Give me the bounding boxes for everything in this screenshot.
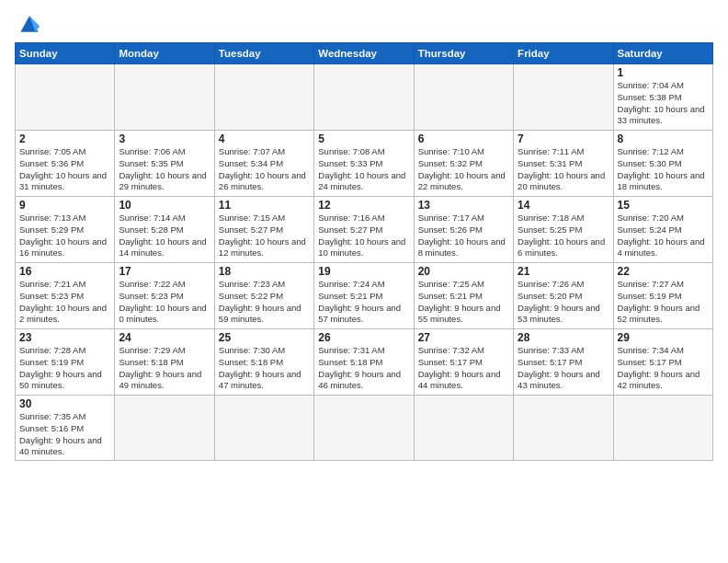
day-number: 16 — [19, 265, 110, 278]
calendar-cell: 20Sunrise: 7:25 AM Sunset: 5:21 PM Dayli… — [414, 263, 513, 329]
calendar-cell: 29Sunrise: 7:34 AM Sunset: 5:17 PM Dayli… — [613, 329, 712, 396]
calendar-cell: 4Sunrise: 7:07 AM Sunset: 5:34 PM Daylig… — [214, 131, 313, 197]
day-number: 12 — [318, 199, 409, 212]
day-info: Sunrise: 7:10 AM Sunset: 5:32 PM Dayligh… — [418, 146, 509, 193]
day-info: Sunrise: 7:33 AM Sunset: 5:17 PM Dayligh… — [518, 345, 609, 392]
weekday-header-sunday: Sunday — [16, 43, 115, 64]
calendar-week-row: 1Sunrise: 7:04 AM Sunset: 5:38 PM Daylig… — [16, 64, 713, 131]
page: SundayMondayTuesdayWednesdayThursdayFrid… — [0, 0, 728, 563]
day-number: 20 — [418, 265, 509, 278]
weekday-header-saturday: Saturday — [613, 43, 712, 64]
calendar-cell: 18Sunrise: 7:23 AM Sunset: 5:22 PM Dayli… — [214, 263, 313, 329]
calendar-week-row: 30Sunrise: 7:35 AM Sunset: 5:16 PM Dayli… — [16, 396, 713, 461]
day-number: 26 — [318, 331, 409, 344]
day-info: Sunrise: 7:23 AM Sunset: 5:22 PM Dayligh… — [219, 279, 310, 326]
day-info: Sunrise: 7:34 AM Sunset: 5:17 PM Dayligh… — [618, 345, 709, 392]
calendar-cell: 23Sunrise: 7:28 AM Sunset: 5:19 PM Dayli… — [16, 329, 115, 396]
calendar-cell: 10Sunrise: 7:14 AM Sunset: 5:28 PM Dayli… — [115, 197, 214, 263]
calendar-cell: 7Sunrise: 7:11 AM Sunset: 5:31 PM Daylig… — [514, 131, 613, 197]
calendar-cell — [115, 64, 214, 131]
day-number: 28 — [518, 331, 609, 344]
day-info: Sunrise: 7:04 AM Sunset: 5:38 PM Dayligh… — [618, 80, 709, 127]
calendar-week-row: 23Sunrise: 7:28 AM Sunset: 5:19 PM Dayli… — [16, 329, 713, 396]
calendar-cell: 15Sunrise: 7:20 AM Sunset: 5:24 PM Dayli… — [613, 197, 712, 263]
day-info: Sunrise: 7:05 AM Sunset: 5:36 PM Dayligh… — [19, 146, 110, 193]
day-info: Sunrise: 7:15 AM Sunset: 5:27 PM Dayligh… — [219, 213, 310, 259]
day-info: Sunrise: 7:20 AM Sunset: 5:24 PM Dayligh… — [618, 213, 709, 259]
calendar-cell — [514, 64, 613, 131]
day-info: Sunrise: 7:13 AM Sunset: 5:29 PM Dayligh… — [19, 213, 110, 259]
day-info: Sunrise: 7:11 AM Sunset: 5:31 PM Dayligh… — [518, 146, 609, 193]
calendar-cell: 22Sunrise: 7:27 AM Sunset: 5:19 PM Dayli… — [613, 263, 712, 329]
day-number: 9 — [19, 199, 110, 212]
day-number: 8 — [618, 132, 709, 145]
calendar-cell: 27Sunrise: 7:32 AM Sunset: 5:17 PM Dayli… — [414, 329, 513, 396]
day-number: 4 — [219, 132, 310, 145]
day-number: 7 — [518, 132, 609, 145]
weekday-header-thursday: Thursday — [414, 43, 513, 64]
calendar-table: SundayMondayTuesdayWednesdayThursdayFrid… — [15, 42, 713, 461]
calendar-week-row: 16Sunrise: 7:21 AM Sunset: 5:23 PM Dayli… — [16, 263, 713, 329]
day-info: Sunrise: 7:27 AM Sunset: 5:19 PM Dayligh… — [618, 279, 709, 326]
day-info: Sunrise: 7:21 AM Sunset: 5:23 PM Dayligh… — [19, 279, 110, 326]
calendar-cell — [414, 64, 513, 131]
calendar-cell — [414, 396, 513, 461]
day-info: Sunrise: 7:28 AM Sunset: 5:19 PM Dayligh… — [19, 345, 110, 392]
calendar-cell: 30Sunrise: 7:35 AM Sunset: 5:16 PM Dayli… — [16, 396, 115, 461]
day-info: Sunrise: 7:29 AM Sunset: 5:18 PM Dayligh… — [119, 345, 210, 392]
day-info: Sunrise: 7:31 AM Sunset: 5:18 PM Dayligh… — [318, 345, 409, 392]
day-number: 25 — [219, 331, 310, 344]
day-number: 21 — [518, 265, 609, 278]
calendar-cell — [214, 64, 313, 131]
day-number: 3 — [119, 132, 210, 145]
day-info: Sunrise: 7:07 AM Sunset: 5:34 PM Dayligh… — [219, 146, 310, 193]
header — [15, 11, 713, 37]
day-number: 6 — [418, 132, 509, 145]
calendar-cell: 1Sunrise: 7:04 AM Sunset: 5:38 PM Daylig… — [613, 64, 712, 131]
day-info: Sunrise: 7:32 AM Sunset: 5:17 PM Dayligh… — [418, 345, 509, 392]
calendar-cell: 26Sunrise: 7:31 AM Sunset: 5:18 PM Dayli… — [314, 329, 414, 396]
calendar-cell — [314, 396, 414, 461]
day-number: 15 — [618, 199, 709, 212]
day-number: 19 — [318, 265, 409, 278]
day-number: 27 — [418, 331, 509, 344]
weekday-header-friday: Friday — [514, 43, 613, 64]
calendar-cell — [115, 396, 214, 461]
day-number: 22 — [618, 265, 709, 278]
calendar-cell: 24Sunrise: 7:29 AM Sunset: 5:18 PM Dayli… — [115, 329, 214, 396]
calendar-header-row: SundayMondayTuesdayWednesdayThursdayFrid… — [16, 43, 713, 64]
calendar-cell: 28Sunrise: 7:33 AM Sunset: 5:17 PM Dayli… — [514, 329, 613, 396]
calendar-cell — [214, 396, 313, 461]
day-number: 23 — [19, 331, 110, 344]
day-info: Sunrise: 7:12 AM Sunset: 5:30 PM Dayligh… — [618, 146, 709, 193]
day-info: Sunrise: 7:18 AM Sunset: 5:25 PM Dayligh… — [518, 213, 609, 259]
calendar-cell: 3Sunrise: 7:06 AM Sunset: 5:35 PM Daylig… — [115, 131, 214, 197]
day-number: 17 — [119, 265, 210, 278]
day-info: Sunrise: 7:35 AM Sunset: 5:16 PM Dayligh… — [19, 411, 110, 458]
calendar-cell: 12Sunrise: 7:16 AM Sunset: 5:27 PM Dayli… — [314, 197, 414, 263]
day-info: Sunrise: 7:30 AM Sunset: 5:18 PM Dayligh… — [219, 345, 310, 392]
day-number: 13 — [418, 199, 509, 212]
logo — [15, 11, 48, 37]
day-number: 2 — [19, 132, 110, 145]
calendar-cell: 11Sunrise: 7:15 AM Sunset: 5:27 PM Dayli… — [214, 197, 313, 263]
calendar-cell: 21Sunrise: 7:26 AM Sunset: 5:20 PM Dayli… — [514, 263, 613, 329]
calendar-cell: 9Sunrise: 7:13 AM Sunset: 5:29 PM Daylig… — [16, 197, 115, 263]
day-info: Sunrise: 7:06 AM Sunset: 5:35 PM Dayligh… — [119, 146, 210, 193]
calendar-cell: 5Sunrise: 7:08 AM Sunset: 5:33 PM Daylig… — [314, 131, 414, 197]
calendar-cell: 17Sunrise: 7:22 AM Sunset: 5:23 PM Dayli… — [115, 263, 214, 329]
calendar-week-row: 2Sunrise: 7:05 AM Sunset: 5:36 PM Daylig… — [16, 131, 713, 197]
day-number: 24 — [119, 331, 210, 344]
day-number: 30 — [19, 397, 110, 410]
calendar-cell: 25Sunrise: 7:30 AM Sunset: 5:18 PM Dayli… — [214, 329, 313, 396]
calendar-cell: 13Sunrise: 7:17 AM Sunset: 5:26 PM Dayli… — [414, 197, 513, 263]
calendar-cell: 6Sunrise: 7:10 AM Sunset: 5:32 PM Daylig… — [414, 131, 513, 197]
logo-icon — [15, 11, 44, 37]
day-info: Sunrise: 7:16 AM Sunset: 5:27 PM Dayligh… — [318, 213, 409, 259]
weekday-header-tuesday: Tuesday — [214, 43, 313, 64]
day-number: 1 — [618, 66, 709, 79]
calendar-cell — [514, 396, 613, 461]
day-number: 14 — [518, 199, 609, 212]
weekday-header-monday: Monday — [115, 43, 214, 64]
day-info: Sunrise: 7:17 AM Sunset: 5:26 PM Dayligh… — [418, 213, 509, 259]
